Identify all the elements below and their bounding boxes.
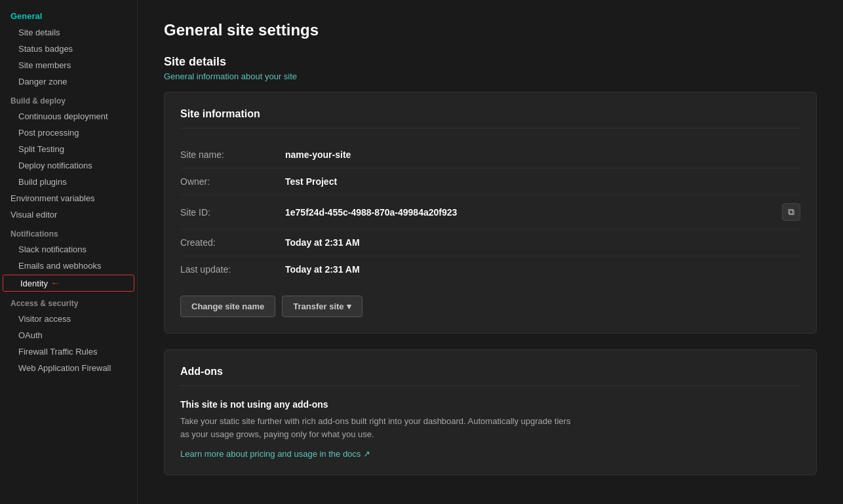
- transfer-site-label: Transfer site: [293, 301, 343, 311]
- sidebar-item-access-security: Access & security: [0, 292, 137, 311]
- addons-learn-more-link[interactable]: Learn more about pricing and usage in th…: [180, 449, 370, 459]
- card-title: Site information: [180, 108, 800, 128]
- sidebar-item-danger-zone[interactable]: Danger zone: [0, 73, 137, 90]
- info-row: Site name:name-your-site: [180, 142, 800, 168]
- info-label: Created:: [180, 237, 285, 248]
- sidebar-item-site-members[interactable]: Site members: [0, 57, 137, 73]
- section-title: Site details: [164, 55, 817, 69]
- sidebar-item-build-plugins[interactable]: Build plugins: [0, 174, 137, 190]
- sidebar-item-split-testing[interactable]: Split Testing: [0, 141, 137, 157]
- addons-card-title: Add-ons: [180, 366, 800, 386]
- info-label: Site name:: [180, 149, 285, 160]
- addons-empty-title: This site is not using any add-ons: [180, 399, 800, 410]
- change-site-name-button[interactable]: Change site name: [180, 296, 275, 317]
- info-label: Last update:: [180, 264, 285, 275]
- main-content: General site settings Site details Gener…: [138, 0, 843, 504]
- addons-empty-desc: Take your static site further with rich …: [180, 415, 574, 440]
- transfer-site-button[interactable]: Transfer site ▾: [282, 296, 362, 317]
- info-row: Site ID:1e75f24d-455c-4988-870a-49984a20…: [180, 195, 800, 229]
- sidebar-item-notifications: Notifications: [0, 223, 137, 241]
- identity-arrow-icon: ←: [50, 277, 61, 289]
- info-label: Site ID:: [180, 207, 285, 218]
- sidebar-item-visitor-access[interactable]: Visitor access: [0, 311, 137, 327]
- sidebar-item-environment-variables[interactable]: Environment variables: [0, 190, 137, 206]
- sidebar-item-continuous-deployment[interactable]: Continuous deployment: [0, 108, 137, 125]
- info-value: Today at 2:31 AM: [285, 264, 800, 275]
- info-value: name-your-site: [285, 149, 800, 160]
- info-row: Owner:Test Project: [180, 168, 800, 195]
- sidebar-item-identity[interactable]: Identity ←: [3, 275, 134, 292]
- addons-card: Add-ons This site is not using any add-o…: [164, 349, 817, 475]
- dropdown-icon: ▾: [347, 301, 351, 311]
- sidebar-item-build-deploy: Build & deploy: [0, 90, 137, 108]
- sidebar-item-deploy-notifications[interactable]: Deploy notifications: [0, 157, 137, 174]
- info-row: Last update:Today at 2:31 AM: [180, 256, 800, 282]
- info-row: Created:Today at 2:31 AM: [180, 229, 800, 256]
- sidebar-item-emails-webhooks[interactable]: Emails and webhooks: [0, 258, 137, 274]
- info-value: Test Project: [285, 176, 800, 187]
- info-label: Owner:: [180, 176, 285, 187]
- section-subtitle: General information about your site: [164, 71, 817, 81]
- page-title: General site settings: [164, 21, 817, 39]
- sidebar: GeneralSite detailsStatus badgesSite mem…: [0, 0, 138, 504]
- info-value: Today at 2:31 AM: [285, 237, 800, 248]
- sidebar-item-post-processing[interactable]: Post processing: [0, 125, 137, 141]
- info-rows: Site name:name-your-siteOwner:Test Proje…: [180, 142, 800, 282]
- info-value: 1e75f24d-455c-4988-870a-49984a20f923: [285, 207, 777, 218]
- sidebar-item-status-badges[interactable]: Status badges: [0, 41, 137, 57]
- sidebar-item-slack-notifications[interactable]: Slack notifications: [0, 241, 137, 258]
- sidebar-item-oauth[interactable]: OAuth: [0, 327, 137, 343]
- sidebar-item-web-application-firewall[interactable]: Web Application Firewall: [0, 360, 137, 376]
- site-information-card: Site information Site name:name-your-sit…: [164, 92, 817, 334]
- sidebar-item-general[interactable]: General: [0, 8, 137, 24]
- sidebar-item-firewall-traffic-rules[interactable]: Firewall Traffic Rules: [0, 343, 137, 360]
- copy-site-id-button[interactable]: ⧉: [782, 203, 800, 221]
- action-buttons: Change site name Transfer site ▾: [180, 296, 800, 317]
- sidebar-item-visual-editor[interactable]: Visual editor: [0, 206, 137, 223]
- sidebar-item-site-details[interactable]: Site details: [0, 24, 137, 41]
